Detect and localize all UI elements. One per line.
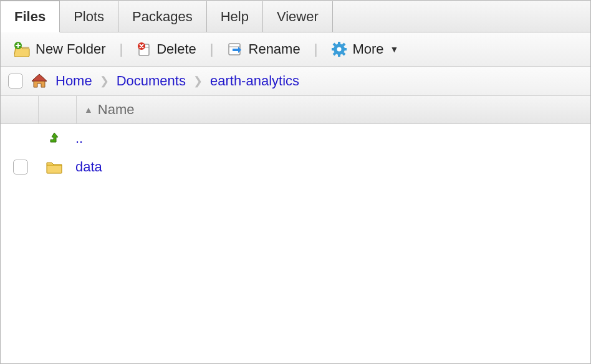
new-folder-icon xyxy=(14,42,31,57)
row-item-name: data xyxy=(75,159,102,175)
gear-icon xyxy=(331,41,347,57)
toolbar-sep: | xyxy=(117,41,125,57)
folder-icon xyxy=(46,160,62,174)
toolbar-sep: | xyxy=(312,41,320,57)
new-folder-button[interactable]: New Folder xyxy=(7,39,113,60)
column-name-label: Name xyxy=(98,102,135,118)
rename-icon xyxy=(228,42,244,57)
svg-line-12 xyxy=(343,44,345,46)
file-list: .. data xyxy=(1,124,590,363)
chevron-right-icon: ❯ xyxy=(100,74,109,88)
svg-line-10 xyxy=(334,44,335,46)
tab-help[interactable]: Help xyxy=(207,1,263,32)
sort-asc-icon: ▲ xyxy=(84,105,93,115)
breadcrumb: Home ❯ Documents ❯ earth-analytics xyxy=(1,67,590,96)
files-toolbar: New Folder | Delete | xyxy=(1,32,590,67)
svg-line-11 xyxy=(343,53,345,55)
dropdown-caret-icon: ▼ xyxy=(390,44,399,54)
row-checkbox[interactable] xyxy=(13,160,28,175)
rename-label: Rename xyxy=(249,41,300,57)
tab-files[interactable]: Files xyxy=(1,0,60,32)
delete-icon xyxy=(137,42,151,57)
svg-line-13 xyxy=(334,53,335,55)
more-label: More xyxy=(352,41,383,57)
new-folder-label: New Folder xyxy=(36,41,105,57)
row-parent-dir[interactable]: .. xyxy=(1,124,590,153)
delete-button[interactable]: Delete xyxy=(129,39,204,60)
breadcrumb-documents[interactable]: Documents xyxy=(117,73,186,89)
svg-point-5 xyxy=(337,47,342,52)
rename-button[interactable]: Rename xyxy=(220,39,308,60)
select-all-checkbox[interactable] xyxy=(8,74,23,89)
tab-viewer[interactable]: Viewer xyxy=(263,1,333,32)
file-list-header: ▲ Name xyxy=(1,96,590,124)
chevron-right-icon: ❯ xyxy=(193,74,203,88)
breadcrumb-earth-analytics[interactable]: earth-analytics xyxy=(210,73,299,89)
delete-label: Delete xyxy=(156,41,196,57)
tab-plots[interactable]: Plots xyxy=(60,1,118,32)
pane-tabs: Files Plots Packages Help Viewer xyxy=(1,1,590,32)
tab-packages[interactable]: Packages xyxy=(118,1,207,32)
up-arrow-icon xyxy=(47,131,62,146)
home-icon[interactable] xyxy=(31,73,48,89)
breadcrumb-home[interactable]: Home xyxy=(55,73,92,89)
column-name[interactable]: ▲ Name xyxy=(77,102,590,118)
toolbar-sep: | xyxy=(208,41,216,57)
more-button[interactable]: More ▼ xyxy=(324,39,406,60)
parent-dir-label: .. xyxy=(75,130,83,146)
row-item[interactable]: data xyxy=(1,153,590,181)
